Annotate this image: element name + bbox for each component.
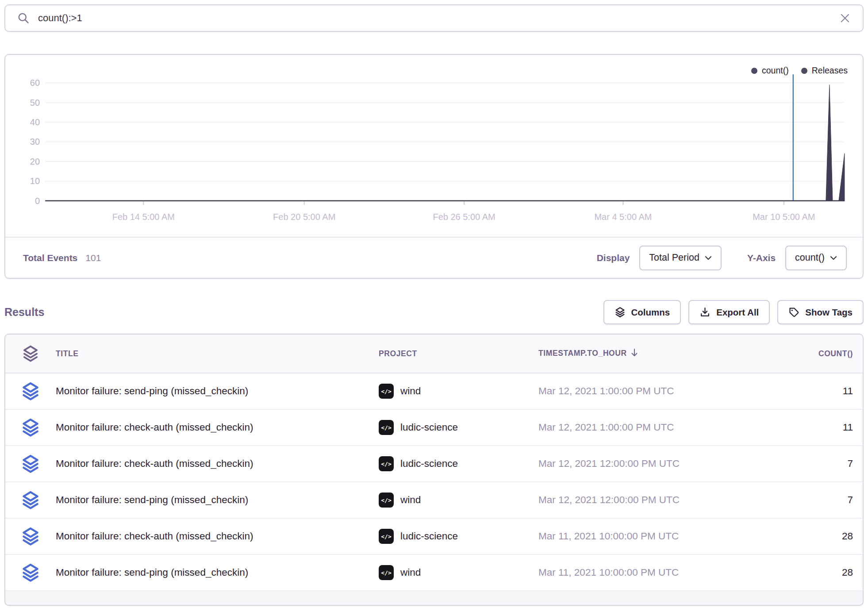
project-name: ludic-science bbox=[400, 458, 458, 469]
project-cell: </> wind bbox=[379, 565, 538, 580]
chart-plot[interactable]: count() Releases 60 50 40 30 bbox=[5, 55, 863, 237]
table-footer-strip bbox=[5, 591, 863, 605]
timestamp-cell: Mar 12, 2021 1:00:00 PM UTC bbox=[538, 385, 742, 397]
chevron-down-icon bbox=[705, 256, 712, 260]
column-header-count[interactable]: COUNT() bbox=[742, 349, 863, 358]
releases-series-dot-icon bbox=[801, 68, 807, 74]
table-row: Monitor failure: send-ping (missed_check… bbox=[5, 555, 863, 591]
search-bar bbox=[4, 4, 864, 32]
project-cell: </> ludic-science bbox=[379, 420, 538, 435]
clear-search-icon[interactable] bbox=[839, 12, 851, 24]
x-tick-label: Mar 4 5:00 AM bbox=[594, 212, 652, 222]
y-axis-label: Y-Axis bbox=[747, 253, 776, 263]
results-header-row: Results Columns Export All Show Tags bbox=[4, 300, 864, 324]
project-cell: </> ludic-science bbox=[379, 456, 538, 471]
search-input[interactable] bbox=[38, 12, 831, 24]
count-cell: 11 bbox=[742, 422, 863, 433]
legend-item-releases[interactable]: Releases bbox=[801, 65, 848, 76]
timestamp-cell: Mar 12, 2021 12:00:00 PM UTC bbox=[538, 458, 742, 469]
event-title-link[interactable]: Monitor failure: check-auth (missed_chec… bbox=[56, 422, 379, 433]
stack-icon[interactable] bbox=[21, 563, 40, 582]
project-name: wind bbox=[400, 494, 421, 506]
event-title-link[interactable]: Monitor failure: check-auth (missed_chec… bbox=[56, 531, 379, 542]
x-tick-label: Feb 14 5:00 AM bbox=[112, 212, 175, 222]
search-icon bbox=[17, 12, 30, 25]
y-tick: 40 bbox=[30, 117, 40, 127]
chart-svg: 60 50 40 30 20 10 0 Feb 14 5:00 AM Feb 2… bbox=[5, 55, 863, 237]
count-cell: 28 bbox=[742, 531, 863, 542]
display-dropdown[interactable]: Total Period bbox=[639, 246, 722, 270]
platform-code-icon: </> bbox=[379, 565, 394, 580]
y-tick: 50 bbox=[30, 98, 40, 108]
header-stack-icon-cell[interactable] bbox=[5, 345, 56, 362]
project-cell: </> wind bbox=[379, 384, 538, 399]
stack-icon bbox=[22, 345, 39, 362]
column-header-timestamp[interactable]: TIMESTAMP.TO_HOUR bbox=[538, 348, 742, 359]
count-cell: 11 bbox=[742, 385, 863, 397]
stack-icon[interactable] bbox=[21, 418, 40, 437]
platform-code-icon: </> bbox=[379, 456, 394, 471]
display-dropdown-value: Total Period bbox=[649, 252, 699, 263]
event-title-link[interactable]: Monitor failure: send-ping (missed_check… bbox=[56, 567, 379, 578]
platform-code-icon: </> bbox=[379, 493, 394, 508]
events-chart-panel: count() Releases 60 50 40 30 bbox=[4, 54, 864, 279]
columns-stack-icon bbox=[615, 307, 626, 318]
project-name: ludic-science bbox=[400, 422, 458, 433]
y-axis-dropdown[interactable]: count() bbox=[785, 246, 847, 270]
chevron-down-icon bbox=[830, 256, 837, 260]
timestamp-cell: Mar 12, 2021 1:00:00 PM UTC bbox=[538, 422, 742, 433]
column-header-title[interactable]: TITLE bbox=[56, 349, 379, 358]
columns-button[interactable]: Columns bbox=[603, 300, 681, 324]
table-row: Monitor failure: send-ping (missed_check… bbox=[5, 482, 863, 519]
results-heading: Results bbox=[4, 306, 44, 319]
export-all-button[interactable]: Export All bbox=[688, 300, 770, 324]
total-events-label: Total Events bbox=[23, 253, 77, 263]
table-header-row: TITLE PROJECT TIMESTAMP.TO_HOUR COUNT() bbox=[5, 335, 863, 373]
event-title-link[interactable]: Monitor failure: check-auth (missed_chec… bbox=[56, 458, 379, 469]
x-tick-label: Mar 10 5:00 AM bbox=[753, 212, 815, 222]
table-row: Monitor failure: check-auth (missed_chec… bbox=[5, 410, 863, 446]
timestamp-cell: Mar 11, 2021 10:00:00 PM UTC bbox=[538, 531, 742, 542]
table-row: Monitor failure: check-auth (missed_chec… bbox=[5, 446, 863, 482]
y-tick: 20 bbox=[30, 157, 40, 166]
project-name: wind bbox=[400, 567, 421, 578]
timestamp-cell: Mar 11, 2021 10:00:00 PM UTC bbox=[538, 567, 742, 578]
stack-icon[interactable] bbox=[21, 454, 40, 473]
y-tick: 0 bbox=[35, 196, 40, 206]
chart-footer: Total Events 101 Display Total Period Y-… bbox=[5, 237, 863, 278]
stack-icon[interactable] bbox=[21, 381, 40, 401]
y-tick: 60 bbox=[30, 78, 40, 88]
show-tags-button[interactable]: Show Tags bbox=[777, 300, 864, 324]
stack-icon[interactable] bbox=[21, 527, 40, 546]
table-row: Monitor failure: send-ping (missed_check… bbox=[5, 373, 863, 410]
project-name: ludic-science bbox=[400, 531, 458, 542]
event-title-link[interactable]: Monitor failure: send-ping (missed_check… bbox=[56, 494, 379, 506]
platform-code-icon: </> bbox=[379, 384, 394, 399]
project-cell: </> ludic-science bbox=[379, 529, 538, 544]
chart-legend: count() Releases bbox=[751, 65, 848, 76]
count-cell: 7 bbox=[742, 458, 863, 469]
project-name: wind bbox=[400, 385, 421, 397]
x-tick-label: Feb 26 5:00 AM bbox=[433, 212, 495, 222]
stack-icon[interactable] bbox=[21, 490, 40, 510]
event-title-link[interactable]: Monitor failure: send-ping (missed_check… bbox=[56, 385, 379, 397]
x-tick-marks bbox=[143, 201, 784, 205]
y-tick: 10 bbox=[30, 176, 40, 186]
y-axis-dropdown-value: count() bbox=[795, 252, 825, 263]
total-events-value: 101 bbox=[85, 253, 101, 263]
legend-item-count[interactable]: count() bbox=[751, 65, 789, 76]
platform-code-icon: </> bbox=[379, 420, 394, 435]
project-cell: </> wind bbox=[379, 493, 538, 508]
tag-icon bbox=[788, 307, 799, 318]
y-tick: 30 bbox=[30, 137, 40, 146]
column-header-project[interactable]: PROJECT bbox=[379, 349, 538, 358]
display-label: Display bbox=[597, 253, 630, 263]
count-cell: 7 bbox=[742, 494, 863, 506]
count-cell: 28 bbox=[742, 567, 863, 578]
sort-descending-arrow-icon bbox=[630, 348, 638, 357]
total-events: Total Events 101 bbox=[23, 253, 101, 263]
x-tick-label: Feb 20 5:00 AM bbox=[273, 212, 335, 222]
download-icon bbox=[699, 307, 711, 318]
platform-code-icon: </> bbox=[379, 529, 394, 544]
count-series-dot-icon bbox=[751, 68, 757, 74]
